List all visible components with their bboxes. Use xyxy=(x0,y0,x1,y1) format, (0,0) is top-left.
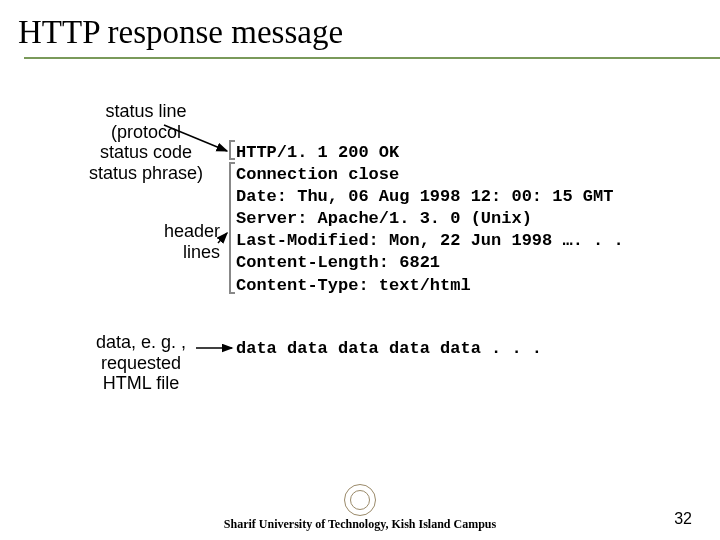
page-number: 32 xyxy=(674,510,692,528)
data-line-text: data data data data data . . . xyxy=(236,339,542,358)
page-title: HTTP response message xyxy=(18,14,720,51)
header-line: Server: Apache/1. 3. 0 (Unix) xyxy=(236,208,624,230)
header-line: Content-Type: text/html xyxy=(236,275,624,297)
header-line: Content-Length: 6821 xyxy=(236,252,624,274)
label-status-line: status line(protocolstatus codestatus ph… xyxy=(76,101,216,184)
http-response-block: HTTP/1. 1 200 OK Connection close Date: … xyxy=(236,142,624,297)
university-seal-icon xyxy=(344,484,376,516)
title-underline xyxy=(24,57,720,59)
header-line: Last-Modified: Mon, 22 Jun 1998 …. . . xyxy=(236,230,624,252)
bracket-status xyxy=(229,140,235,160)
title-bar: HTTP response message xyxy=(0,0,720,59)
bracket-headers xyxy=(229,162,235,294)
header-line: Connection close xyxy=(236,164,624,186)
header-line: Date: Thu, 06 Aug 1998 12: 00: 15 GMT xyxy=(236,186,624,208)
diagram-area: status line(protocolstatus codestatus ph… xyxy=(0,83,720,463)
label-header-lines: headerlines xyxy=(150,221,220,262)
label-data: data, e. g. ,requestedHTML file xyxy=(82,332,200,394)
status-line-text: HTTP/1. 1 200 OK xyxy=(236,142,624,164)
footer-text: Sharif University of Technology, Kish Is… xyxy=(0,517,720,532)
